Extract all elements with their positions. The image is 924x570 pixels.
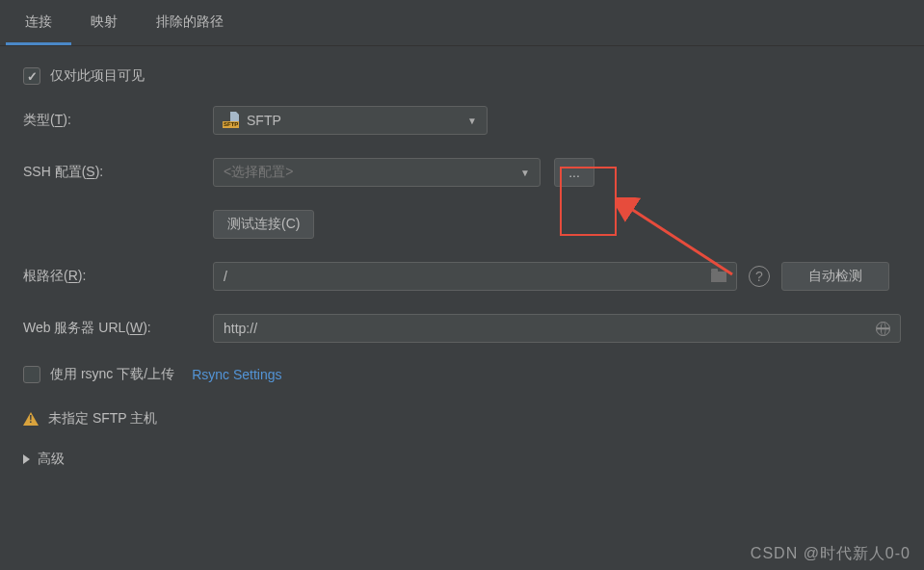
- chevron-down-icon: ▼: [520, 168, 530, 178]
- checkbox-label: 仅对此项目可见: [50, 67, 145, 85]
- watermark: CSDN @时代新人0-0: [751, 544, 911, 564]
- globe-icon: [876, 322, 890, 336]
- chevron-down-icon: ▼: [467, 116, 477, 126]
- root-path-value: /: [224, 269, 227, 284]
- rsync-checkbox[interactable]: 使用 rsync 下载/上传: [23, 366, 174, 383]
- web-url-value: http://: [224, 321, 257, 336]
- content-panel: 仅对此项目可见 类型(T): SFTP SFTP ▼ SSH 配置(S): <选…: [0, 46, 924, 468]
- ssh-placeholder: <选择配置>: [224, 164, 293, 181]
- help-icon[interactable]: ?: [749, 266, 770, 287]
- root-path-input[interactable]: /: [213, 262, 737, 291]
- sftp-icon: SFTP: [224, 114, 239, 127]
- web-url-input[interactable]: http://: [213, 314, 901, 343]
- ssh-config-label: SSH 配置(S):: [23, 164, 213, 181]
- rsync-settings-link[interactable]: Rsync Settings: [192, 367, 281, 382]
- type-value: SFTP: [247, 113, 281, 128]
- rsync-checkbox-label: 使用 rsync 下载/上传: [50, 366, 174, 383]
- visible-only-project-checkbox[interactable]: 仅对此项目可见: [23, 67, 901, 85]
- type-label: 类型(T):: [23, 112, 213, 129]
- warning-icon: [23, 412, 39, 426]
- warning-text: 未指定 SFTP 主机: [48, 410, 157, 428]
- auto-detect-button[interactable]: 自动检测: [781, 262, 889, 291]
- ssh-browse-button[interactable]: ...: [554, 158, 594, 187]
- tab-connection[interactable]: 连接: [6, 0, 71, 45]
- checkbox-icon: [23, 67, 40, 85]
- advanced-label: 高级: [38, 451, 65, 468]
- type-select[interactable]: SFTP SFTP ▼: [213, 106, 488, 135]
- ssh-config-select[interactable]: <选择配置> ▼: [213, 158, 541, 187]
- web-url-label: Web 服务器 URL(W):: [23, 320, 213, 337]
- checkbox-icon: [23, 366, 40, 383]
- triangle-right-icon: [23, 454, 30, 464]
- folder-icon[interactable]: [711, 272, 726, 282]
- tab-bar: 连接 映射 排除的路径: [0, 0, 924, 46]
- advanced-expander[interactable]: 高级: [23, 451, 901, 468]
- tab-excluded[interactable]: 排除的路径: [137, 0, 243, 45]
- tab-mappings[interactable]: 映射: [71, 0, 137, 45]
- root-path-label: 根路径(R):: [23, 268, 213, 285]
- test-connection-button[interactable]: 测试连接(C): [213, 210, 314, 239]
